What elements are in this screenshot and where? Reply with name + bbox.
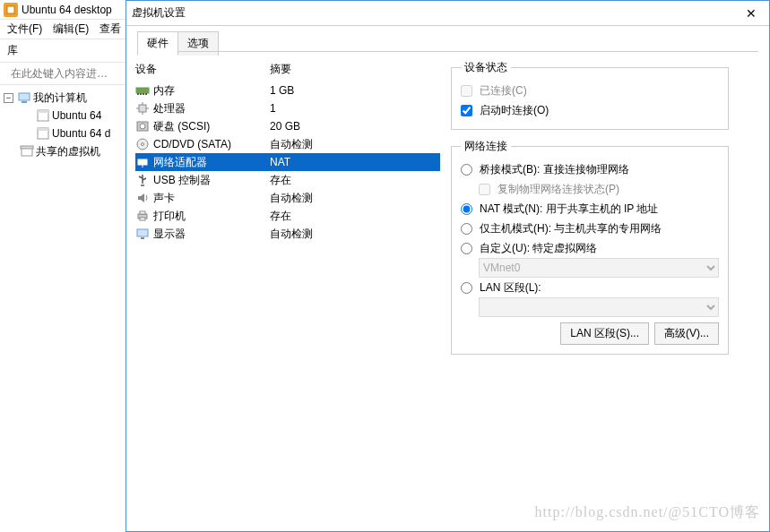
cpu-icon bbox=[135, 101, 150, 116]
custom-select-row: VMnet0 bbox=[461, 258, 719, 278]
device-summary: 1 bbox=[270, 102, 276, 115]
memory-icon bbox=[135, 83, 150, 98]
device-row[interactable]: 硬盘 (SCSI)20 GB bbox=[135, 117, 440, 135]
header-device: 设备 bbox=[135, 62, 270, 77]
nat-row: NAT 模式(N): 用于共享主机的 IP 地址 bbox=[461, 199, 719, 219]
device-row[interactable]: USB 控制器存在 bbox=[135, 171, 440, 189]
svg-point-24 bbox=[142, 143, 144, 146]
lan-label: LAN 区段(L): bbox=[480, 280, 541, 296]
svg-rect-29 bbox=[140, 218, 145, 220]
svg-rect-14 bbox=[143, 93, 144, 95]
device-summary: NAT bbox=[270, 156, 290, 168]
svg-rect-15 bbox=[145, 93, 147, 95]
custom-label: 自定义(U): 特定虚拟网络 bbox=[480, 241, 597, 256]
svg-rect-16 bbox=[139, 105, 146, 112]
menu-view[interactable]: 查看 bbox=[99, 21, 121, 37]
device-summary: 自动检测 bbox=[270, 227, 313, 242]
svg-rect-4 bbox=[22, 101, 27, 103]
library-label: 库 bbox=[0, 39, 125, 63]
tree-item[interactable]: Ubuntu 64 bbox=[4, 107, 122, 124]
device-row[interactable]: 打印机存在 bbox=[135, 207, 440, 225]
device-summary: 存在 bbox=[270, 173, 291, 188]
cd-icon bbox=[135, 137, 150, 151]
tab-underline bbox=[137, 51, 758, 52]
settings-right-column: 设备状态 已连接(C) 启动时连接(O) 网络连接 桥接模式(B): 直接连接物… bbox=[451, 60, 729, 522]
header-summary: 摘要 bbox=[270, 62, 291, 77]
display-icon bbox=[135, 227, 150, 241]
device-row[interactable]: 显示器自动检测 bbox=[135, 225, 440, 243]
device-list: 设备 摘要 内存1 GB处理器1硬盘 (SCSI)20 GBCD/DVD (SA… bbox=[135, 60, 440, 522]
device-row[interactable]: 声卡自动检测 bbox=[135, 189, 440, 207]
connected-checkbox bbox=[461, 85, 472, 97]
lan-segment-select bbox=[479, 297, 719, 317]
connect-on-start-row: 启动时连接(O) bbox=[461, 100, 719, 120]
library-tree: − 我的计算机 Ubuntu 64 Ubuntu 64 d 共享的虚拟机 bbox=[0, 85, 125, 164]
hostonly-row: 仅主机模式(H): 与主机共享的专用网络 bbox=[461, 219, 719, 238]
lan-segments-button[interactable]: LAN 区段(S)... bbox=[560, 322, 649, 345]
custom-radio[interactable] bbox=[461, 243, 472, 254]
advanced-button[interactable]: 高级(V)... bbox=[654, 322, 719, 345]
bridge-radio[interactable] bbox=[461, 164, 472, 176]
device-row[interactable]: CD/DVD (SATA)自动检测 bbox=[135, 135, 440, 153]
device-name: 内存 bbox=[153, 83, 175, 99]
computer-icon bbox=[17, 90, 31, 105]
dialog-title: 虚拟机设置 bbox=[132, 5, 739, 21]
device-summary: 1 GB bbox=[270, 84, 294, 97]
connect-on-start-label: 启动时连接(O) bbox=[480, 103, 549, 118]
svg-rect-31 bbox=[141, 237, 144, 239]
tree-item-label: Ubuntu 64 d bbox=[52, 127, 110, 140]
device-row[interactable]: 网络适配器NAT bbox=[135, 153, 440, 171]
connected-row: 已连接(C) bbox=[461, 81, 719, 100]
device-name: 显示器 bbox=[153, 227, 186, 242]
svg-rect-25 bbox=[138, 159, 147, 165]
lan-radio[interactable] bbox=[461, 282, 472, 294]
nat-radio[interactable] bbox=[461, 203, 472, 215]
printer-icon bbox=[135, 209, 150, 223]
device-summary: 存在 bbox=[270, 209, 291, 224]
tree-shared[interactable]: 共享的虚拟机 bbox=[4, 142, 122, 160]
vm-icon bbox=[36, 126, 50, 141]
svg-point-22 bbox=[140, 124, 145, 129]
svg-rect-13 bbox=[140, 93, 142, 95]
device-state-legend: 设备状态 bbox=[461, 60, 511, 75]
tree-root[interactable]: − 我的计算机 bbox=[4, 89, 122, 107]
device-row[interactable]: 内存1 GB bbox=[135, 82, 440, 99]
vm-icon bbox=[36, 108, 50, 123]
svg-rect-10 bbox=[21, 146, 33, 149]
network-legend: 网络连接 bbox=[461, 139, 511, 154]
custom-row: 自定义(U): 特定虚拟网络 bbox=[461, 238, 719, 258]
network-group: 网络连接 桥接模式(B): 直接连接物理网络 复制物理网络连接状态(P) NAT… bbox=[451, 139, 729, 355]
sound-icon bbox=[135, 191, 150, 205]
tree-item[interactable]: Ubuntu 64 d bbox=[4, 124, 122, 142]
menu-file[interactable]: 文件(F) bbox=[7, 21, 42, 37]
connect-on-start-checkbox[interactable] bbox=[461, 105, 472, 116]
expand-icon[interactable]: − bbox=[4, 93, 13, 103]
tree-shared-label: 共享的虚拟机 bbox=[36, 144, 100, 159]
device-name: 硬盘 (SCSI) bbox=[153, 119, 210, 134]
usb-icon bbox=[135, 173, 150, 187]
lan-row: LAN 区段(L): bbox=[461, 278, 719, 297]
replicate-checkbox bbox=[479, 184, 490, 195]
custom-network-select: VMnet0 bbox=[479, 258, 719, 278]
close-icon[interactable]: ✕ bbox=[739, 6, 764, 21]
device-name: USB 控制器 bbox=[153, 173, 211, 188]
device-name: 声卡 bbox=[153, 191, 175, 206]
nat-label: NAT 模式(N): 用于共享主机的 IP 地址 bbox=[480, 202, 658, 217]
vm-settings-dialog: 虚拟机设置 ✕ 硬件 选项 设备 摘要 内存1 GB处理器1硬盘 (SCSI)2… bbox=[125, 0, 770, 532]
app-title: Ubuntu 64 desktop bbox=[22, 4, 112, 16]
device-summary: 自动检测 bbox=[270, 191, 313, 206]
svg-rect-28 bbox=[140, 211, 145, 214]
tab-hardware[interactable]: 硬件 bbox=[137, 31, 178, 56]
svg-rect-6 bbox=[38, 110, 48, 113]
menu-edit[interactable]: 编辑(E) bbox=[53, 21, 89, 37]
svg-rect-12 bbox=[137, 93, 139, 95]
device-row[interactable]: 处理器1 bbox=[135, 99, 440, 117]
hostonly-radio[interactable] bbox=[461, 223, 472, 235]
replicate-row: 复制物理网络连接状态(P) bbox=[461, 179, 719, 199]
device-name: 打印机 bbox=[153, 209, 186, 224]
connected-label: 已连接(C) bbox=[480, 83, 527, 99]
library-pane: 库 − 我的计算机 Ubuntu 64 Ubuntu 64 d 共享的虚拟机 bbox=[0, 39, 125, 532]
search-row bbox=[0, 63, 125, 85]
svg-rect-0 bbox=[7, 6, 14, 13]
device-state-group: 设备状态 已连接(C) 启动时连接(O) bbox=[451, 60, 729, 130]
